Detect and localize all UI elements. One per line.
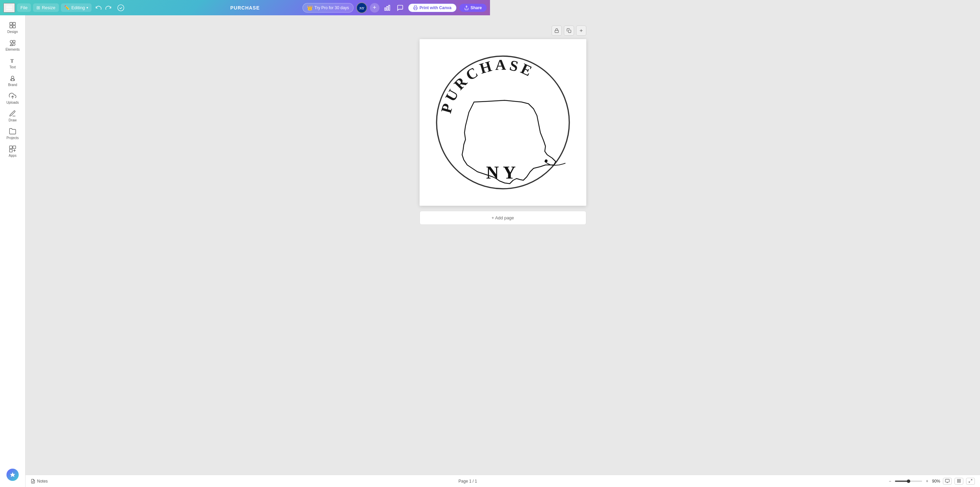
editing-button[interactable]: ✏️ Editing ▾ (61, 3, 92, 12)
sidebar-item-design[interactable]: Design (0, 19, 25, 36)
projects-label: Projects (6, 136, 19, 140)
svg-rect-24 (10, 149, 12, 152)
undo-button[interactable] (94, 3, 103, 13)
sidebar-item-draw[interactable]: Draw (0, 107, 25, 125)
resize-label: Resize (42, 5, 56, 10)
svg-rect-11 (13, 25, 15, 28)
design-svg: PURCHASE NY (431, 51, 490, 194)
text-label: Text (10, 65, 16, 69)
sidebar-item-projects[interactable]: Projects (0, 125, 25, 143)
uploads-icon (9, 92, 16, 100)
svg-rect-13 (13, 40, 15, 43)
svg-rect-8 (10, 22, 12, 25)
analytics-button[interactable] (382, 3, 392, 13)
topbar: File ⊞ Resize ✏️ Editing ▾ PURCHASE 👑 (0, 0, 490, 15)
sidebar-item-text[interactable]: T Text (0, 54, 25, 72)
svg-point-17 (11, 76, 14, 79)
svg-rect-23 (13, 146, 16, 149)
add-profile-button[interactable]: + (370, 3, 379, 13)
sidebar-item-apps[interactable]: Apps (0, 143, 25, 160)
elements-icon (9, 39, 16, 47)
topbar-right: 👑 Try Pro for 30 days NY + Print with Ca… (302, 2, 487, 13)
apps-label: Apps (9, 154, 17, 157)
resize-button[interactable]: ⊞ Resize (33, 3, 59, 12)
design-label: Design (7, 30, 18, 34)
doc-title-container: PURCHASE (231, 5, 260, 11)
svg-rect-9 (13, 22, 15, 25)
svg-rect-15 (13, 43, 15, 45)
uploads-label: Uploads (6, 101, 19, 105)
sidebar: Design Elements T Text Brand Uploads (0, 15, 25, 243)
comments-button[interactable] (395, 3, 405, 13)
brand-icon (9, 75, 16, 82)
cloud-save-button[interactable] (115, 2, 126, 13)
draw-label: Draw (8, 118, 16, 122)
doc-title: PURCHASE (231, 5, 260, 11)
svg-rect-3 (385, 8, 385, 11)
svg-rect-22 (10, 146, 12, 149)
design-icon (9, 21, 16, 29)
svg-rect-4 (387, 6, 388, 10)
svg-text:NY: NY (486, 163, 490, 182)
pencil-icon: ✏️ (64, 5, 70, 10)
svg-text:NY: NY (359, 6, 364, 10)
file-label: File (21, 5, 27, 10)
undo-redo-group (94, 3, 113, 13)
projects-icon (9, 127, 16, 135)
print-with-canva-button[interactable]: Print with Canva (408, 3, 457, 12)
brand-label: Brand (8, 83, 18, 87)
crown-icon: 👑 (307, 5, 313, 11)
svg-marker-14 (10, 44, 13, 46)
user-avatar[interactable]: NY (356, 2, 367, 13)
svg-rect-5 (388, 5, 390, 10)
circle-container: PURCHASE NY (431, 51, 490, 194)
file-button[interactable]: File (17, 3, 31, 12)
svg-rect-6 (414, 8, 417, 10)
print-label: Print with Canva (420, 5, 452, 10)
sidebar-item-brand[interactable]: Brand (0, 72, 25, 89)
chevron-down-icon: ▾ (86, 6, 88, 10)
share-label: Share (471, 5, 482, 10)
add-page-button[interactable]: + Add page (420, 211, 490, 225)
design-canvas[interactable]: PURCHASE NY (420, 39, 490, 206)
resize-icon: ⊞ (37, 5, 40, 10)
elements-label: Elements (5, 48, 20, 51)
svg-point-0 (118, 5, 124, 11)
pro-trial-button[interactable]: 👑 Try Pro for 30 days (302, 3, 353, 13)
menu-button[interactable] (3, 3, 15, 13)
share-button[interactable]: Share (460, 4, 487, 12)
sidebar-item-uploads[interactable]: Uploads (0, 89, 25, 107)
redo-button[interactable] (104, 3, 113, 13)
text-icon: T (9, 57, 16, 64)
editing-label: Editing (72, 5, 85, 10)
canvas-area: PURCHASE NY + Add page (25, 15, 490, 243)
svg-rect-10 (10, 25, 12, 28)
svg-text:T: T (11, 58, 14, 63)
sidebar-item-elements[interactable]: Elements (0, 36, 25, 54)
apps-icon (9, 145, 16, 153)
svg-point-12 (10, 40, 13, 43)
draw-icon (9, 110, 16, 117)
pro-label: Try Pro for 30 days (314, 5, 349, 10)
